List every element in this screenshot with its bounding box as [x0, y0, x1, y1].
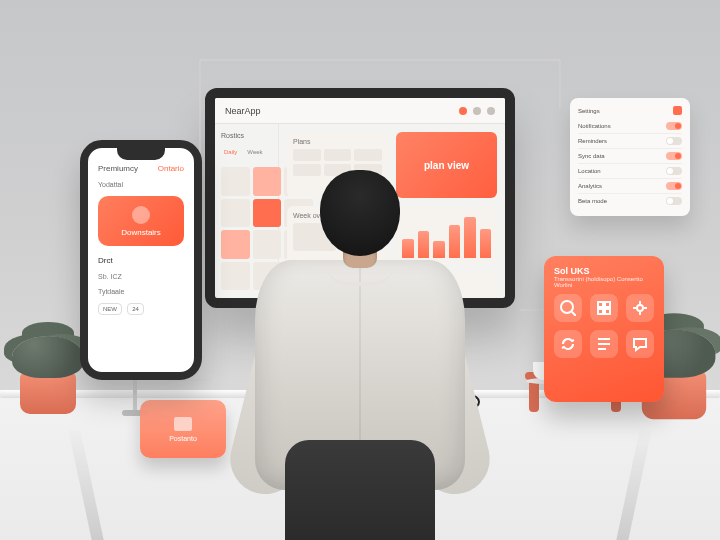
desktop-monitor: NearApp Rostics Daily Week: [205, 88, 515, 308]
sidebar-tab-week[interactable]: Week: [244, 147, 265, 157]
panel-plans[interactable]: Plans: [287, 132, 388, 198]
bar: [418, 231, 430, 258]
status-dot-icon: [459, 107, 467, 115]
tip-label: Postanto: [169, 435, 197, 442]
toggle[interactable]: [666, 137, 682, 145]
bar: [464, 217, 476, 258]
phone-subheading: Yodattal: [98, 181, 184, 188]
panel-overview[interactable]: Week overview: [287, 206, 388, 264]
app-title: NearApp: [225, 106, 261, 116]
phone-primary-button[interactable]: Downstairs: [98, 196, 184, 246]
monitor-sidebar: Rostics Daily Week: [215, 124, 279, 298]
phone-line: Tytdaale: [98, 288, 184, 295]
settings-title: Settings: [578, 108, 600, 114]
mini-calendar[interactable]: [221, 167, 272, 290]
settings-row[interactable]: Reminders: [578, 134, 682, 149]
settings-panel: Settings NotificationsRemindersSync data…: [570, 98, 690, 216]
bar: [480, 229, 492, 258]
feed-icon[interactable]: [590, 330, 618, 358]
phone-chip[interactable]: NEW: [98, 303, 122, 315]
toggle[interactable]: [666, 152, 682, 160]
hero-label: plan view: [424, 160, 469, 171]
phone-notch-icon: [117, 148, 165, 160]
panel-title: Alle: [293, 278, 491, 285]
phone-chip[interactable]: 24: [127, 303, 144, 315]
desk-leg: [616, 430, 651, 540]
chat-icon[interactable]: [626, 330, 654, 358]
panel-title: Week overview: [293, 212, 382, 219]
toggle[interactable]: [666, 197, 682, 205]
desk-leg: [68, 430, 103, 540]
settings-row-label: Notifications: [578, 123, 611, 129]
plant-left: [20, 372, 76, 414]
settings-row-label: Sync data: [578, 153, 605, 159]
action-title: Sol UKS: [554, 266, 654, 276]
action-card: Sol UKS Transsortni (holdisopo) Consertt…: [544, 256, 664, 402]
refresh-icon[interactable]: [554, 330, 582, 358]
phone-section-title: Drct: [98, 256, 184, 265]
panel-hero[interactable]: plan view: [396, 132, 497, 198]
sidebar-tab-daily[interactable]: Daily: [221, 147, 240, 157]
action-subtitle: Transsortni (holdisopo) Consertto Worlin…: [554, 276, 654, 288]
grid-icon[interactable]: [590, 294, 618, 322]
user-icon: [132, 206, 150, 224]
search-icon[interactable]: [554, 294, 582, 322]
phone-heading-alt: Ontario: [158, 164, 184, 173]
settings-row-label: Reminders: [578, 138, 607, 144]
wallet-icon: [174, 417, 192, 431]
mobile-mockup: Premiumcy Ontario Yodattal Downstairs Dr…: [80, 140, 202, 380]
settings-row-label: Location: [578, 168, 601, 174]
header-actions: [459, 107, 495, 115]
menu-icon[interactable]: [487, 107, 495, 115]
toggle[interactable]: [666, 182, 682, 190]
bar: [402, 239, 414, 258]
phone-cta-label: Downstairs: [121, 228, 161, 237]
floating-tip-card[interactable]: Postanto: [140, 400, 226, 458]
close-icon[interactable]: [673, 106, 682, 115]
panel-footer[interactable]: Alle: [287, 272, 497, 302]
panel-title: Plans: [293, 138, 382, 145]
settings-row[interactable]: Location: [578, 164, 682, 179]
bar: [433, 241, 445, 258]
settings-row[interactable]: Beta mode: [578, 194, 682, 208]
settings-row-label: Beta mode: [578, 198, 607, 204]
target-icon[interactable]: [626, 294, 654, 322]
sidebar-title: Rostics: [221, 132, 272, 139]
panel-chart[interactable]: [396, 206, 497, 264]
app-header: NearApp: [215, 98, 505, 124]
bar: [449, 225, 461, 258]
avatar-icon[interactable]: [473, 107, 481, 115]
settings-row-label: Analytics: [578, 183, 602, 189]
phone-heading: Premiumcy: [98, 164, 138, 173]
toggle[interactable]: [666, 167, 682, 175]
bar-chart: [402, 212, 491, 258]
monitor-stand: [295, 392, 425, 432]
phone-line: Sb. ICZ: [98, 273, 184, 280]
settings-row[interactable]: Notifications: [578, 119, 682, 134]
eyeglasses: [430, 394, 480, 410]
settings-row[interactable]: Sync data: [578, 149, 682, 164]
toggle[interactable]: [666, 122, 682, 130]
settings-row[interactable]: Analytics: [578, 179, 682, 194]
